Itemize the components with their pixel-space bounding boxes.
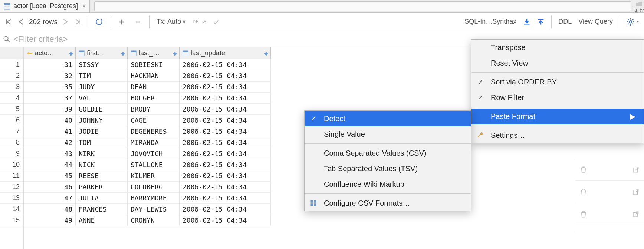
sort-icon[interactable]: ◆: [173, 50, 177, 56]
cell-last-name[interactable]: MIRANDA: [128, 137, 180, 148]
cell-first-name[interactable]: JULIA: [76, 193, 128, 203]
row-number[interactable]: 11: [0, 170, 23, 182]
cell-last-update[interactable]: 2006-02-15 04:34: [180, 170, 271, 181]
sql-syntax-button[interactable]: SQL-In…Synthax: [463, 17, 518, 26]
row-number[interactable]: 5: [0, 104, 23, 115]
import-button[interactable]: [522, 17, 532, 26]
row-number[interactable]: 7: [0, 126, 23, 137]
row-number[interactable]: 6: [0, 115, 23, 126]
cell-last-update[interactable]: 2006-02-15 04:34: [180, 93, 271, 103]
cell-last-name[interactable]: CRONYN: [128, 215, 180, 226]
row-number[interactable]: 12: [0, 182, 23, 193]
cell-last-name[interactable]: SOBIESKI: [128, 59, 180, 70]
row-number[interactable]: 3: [0, 82, 23, 93]
side-panel-row[interactable]: [575, 181, 644, 203]
table-row[interactable]: 31SISSYSOBIESKI2006-02-15 04:34: [24, 59, 271, 70]
table-row[interactable]: 42TOMMIRANDA2006-02-15 04:34: [24, 137, 271, 148]
first-page-button[interactable]: [4, 18, 13, 26]
menu-settings[interactable]: Settings…: [472, 127, 644, 143]
side-panel-row[interactable]: [575, 159, 644, 181]
side-panel-row[interactable]: [575, 203, 644, 225]
submenu-csv[interactable]: Coma Separated Values (CSV): [305, 145, 471, 161]
cell-last-update[interactable]: 2006-02-15 04:34: [180, 104, 271, 114]
close-icon[interactable]: ×: [82, 3, 86, 10]
cell-first-name[interactable]: FRANCES: [76, 204, 128, 215]
row-number[interactable]: 14: [0, 204, 23, 215]
cell-first-name[interactable]: JUDY: [76, 82, 128, 92]
cell-last-name[interactable]: GOLDBERG: [128, 182, 180, 192]
cell-actor-id[interactable]: 48: [24, 204, 76, 215]
table-row[interactable]: 48FRANCESDAY-LEWIS2006-02-15 04:34: [24, 204, 271, 215]
cell-last-update[interactable]: 2006-02-15 04:34: [180, 59, 271, 70]
menu-row-filter[interactable]: ✓Row Filter: [472, 90, 644, 105]
commit-button[interactable]: [211, 18, 221, 26]
col-first-name[interactable]: first… ◆: [76, 47, 128, 59]
cell-last-update[interactable]: 2006-02-15 04:34: [180, 126, 271, 137]
cell-actor-id[interactable]: 45: [24, 170, 76, 181]
cell-last-update[interactable]: 2006-02-15 04:34: [180, 70, 271, 81]
refresh-button[interactable]: [93, 17, 105, 27]
search-icon[interactable]: [3, 36, 10, 43]
view-query-button[interactable]: View Query: [577, 17, 614, 26]
col-actor-id[interactable]: acto… ◆: [24, 47, 76, 59]
row-number[interactable]: 1: [0, 59, 23, 70]
cell-last-name[interactable]: KILMER: [128, 170, 180, 181]
col-last-name[interactable]: last_… ◆: [128, 47, 180, 59]
table-row[interactable]: 39GOLDIEBRODY2006-02-15 04:34: [24, 104, 271, 115]
submenu-tsv[interactable]: Tab Separated Values (TSV): [305, 161, 471, 176]
cell-first-name[interactable]: NICK: [76, 159, 128, 170]
cell-first-name[interactable]: GOLDIE: [76, 104, 128, 114]
cell-last-name[interactable]: DEGENERES: [128, 126, 180, 137]
table-row[interactable]: 40JOHNNYCAGE2006-02-15 04:34: [24, 115, 271, 126]
cell-last-update[interactable]: 2006-02-15 04:34: [180, 204, 271, 215]
table-row[interactable]: 46PARKERGOLDBERG2006-02-15 04:34: [24, 182, 271, 193]
cell-last-name[interactable]: HACKMAN: [128, 70, 180, 81]
table-row[interactable]: 43KIRKJOVOVICH2006-02-15 04:34: [24, 148, 271, 159]
cell-actor-id[interactable]: 31: [24, 59, 76, 70]
sort-icon[interactable]: ◆: [69, 50, 73, 56]
cell-first-name[interactable]: JODIE: [76, 126, 128, 137]
gutter-corner[interactable]: [0, 47, 23, 59]
cell-actor-id[interactable]: 32: [24, 70, 76, 81]
cell-last-name[interactable]: DAY-LEWIS: [128, 204, 180, 215]
cell-first-name[interactable]: PARKER: [76, 182, 128, 192]
add-row-button[interactable]: ＋: [115, 14, 128, 29]
row-number[interactable]: 2: [0, 70, 23, 82]
cell-first-name[interactable]: KIRK: [76, 148, 128, 159]
cell-actor-id[interactable]: 35: [24, 82, 76, 92]
export-button[interactable]: [536, 17, 546, 26]
table-row[interactable]: 47JULIABARRYMORE2006-02-15 04:34: [24, 193, 271, 204]
cell-actor-id[interactable]: 44: [24, 159, 76, 170]
submenu-confluence[interactable]: Confluence Wiki Markup: [305, 176, 471, 192]
col-last-update[interactable]: last_update ◆: [180, 47, 271, 59]
cell-actor-id[interactable]: 41: [24, 126, 76, 137]
cell-actor-id[interactable]: 42: [24, 137, 76, 148]
menu-paste-format[interactable]: Paste Format▶: [472, 109, 644, 124]
cell-first-name[interactable]: TOM: [76, 137, 128, 148]
folder-icon[interactable]: [636, 1, 643, 7]
cell-last-update[interactable]: 2006-02-15 04:34: [180, 137, 271, 148]
menu-reset-view[interactable]: Reset View: [472, 55, 644, 71]
tab-search-input[interactable]: [94, 1, 631, 11]
cell-actor-id[interactable]: 43: [24, 148, 76, 159]
cell-last-update[interactable]: 2006-02-15 04:34: [180, 182, 271, 192]
table-row[interactable]: 41JODIEDEGENERES2006-02-15 04:34: [24, 126, 271, 137]
table-row[interactable]: 49ANNECRONYN2006-02-15 04:34: [24, 215, 271, 226]
cell-first-name[interactable]: TIM: [76, 70, 128, 81]
cell-last-update[interactable]: 2006-02-15 04:34: [180, 159, 271, 170]
remove-row-button[interactable]: －: [132, 14, 144, 29]
sort-icon[interactable]: ◆: [264, 50, 268, 56]
cell-last-update[interactable]: 2006-02-15 04:34: [180, 148, 271, 159]
row-number[interactable]: 4: [0, 93, 23, 104]
prev-page-button[interactable]: [17, 18, 25, 26]
cell-actor-id[interactable]: 46: [24, 182, 76, 192]
cell-actor-id[interactable]: 49: [24, 215, 76, 226]
table-row[interactable]: 44NICKSTALLONE2006-02-15 04:34: [24, 159, 271, 170]
cell-actor-id[interactable]: 47: [24, 193, 76, 203]
row-number[interactable]: 13: [0, 193, 23, 204]
cell-last-name[interactable]: STALLONE: [128, 159, 180, 170]
row-number[interactable]: 9: [0, 148, 23, 159]
cell-first-name[interactable]: SISSY: [76, 59, 128, 70]
cell-last-name[interactable]: BARRYMORE: [128, 193, 180, 203]
submenu-detect[interactable]: ✓Detect: [305, 111, 471, 126]
